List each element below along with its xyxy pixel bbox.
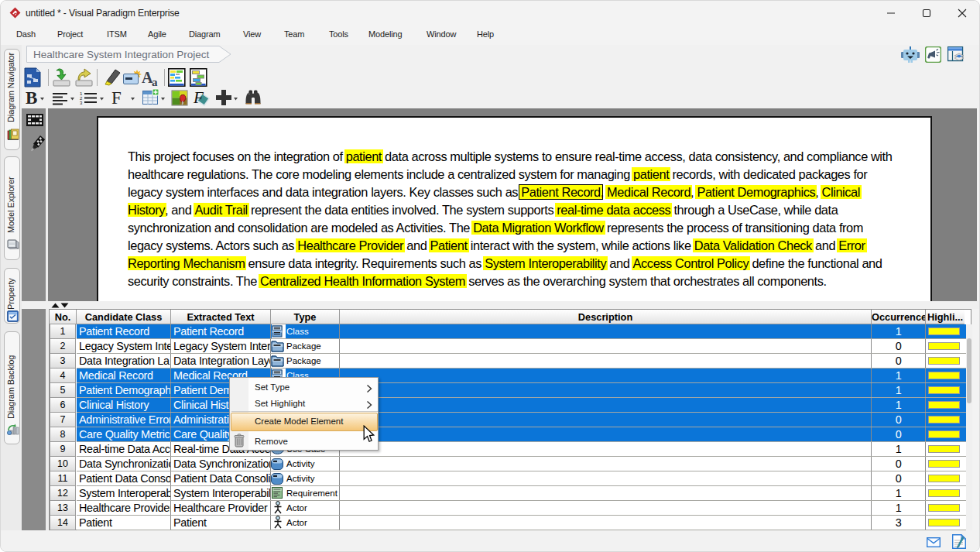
svg-text:Healthcare System Integration: Healthcare System Integration Project — [33, 49, 210, 60]
svg-text:B: B — [26, 88, 37, 108]
svg-text:3: 3 — [80, 101, 83, 105]
svg-text:F: F — [111, 88, 122, 108]
svg-text:a: a — [152, 76, 158, 87]
svg-text:F: F — [193, 88, 204, 107]
